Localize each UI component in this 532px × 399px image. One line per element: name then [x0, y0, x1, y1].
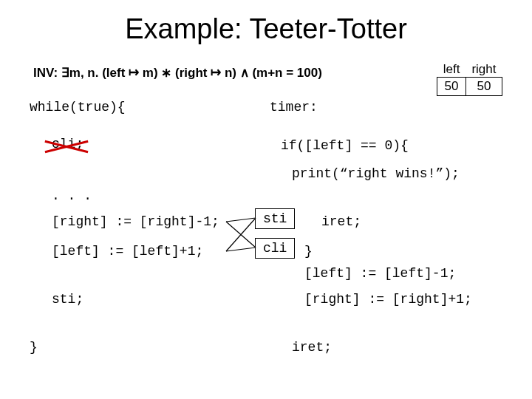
invariant-text: INV: ∃m, n. (left ↦ m) ∗ (right ↦ n) ∧ (…	[33, 65, 322, 81]
right-value: 50	[466, 78, 502, 96]
svg-line-2	[226, 222, 256, 248]
cli-stmt: cli;	[52, 137, 83, 151]
iret-stmt-2: iret;	[292, 340, 332, 355]
sti-box: sti	[255, 208, 295, 229]
svg-line-3	[226, 248, 256, 251]
close-brace: }	[30, 340, 38, 355]
right-increment-2: [right] := [right]+1;	[304, 292, 472, 307]
sti-stmt: sti;	[52, 292, 83, 307]
while-stmt: while(true){	[30, 100, 126, 115]
slide-title: Example: Teeter-Totter	[0, 0, 532, 45]
cli-box: cli	[255, 238, 295, 259]
right-decrement: [right] := [right]-1;	[52, 214, 219, 229]
left-increment: [left] := [left]+1;	[52, 244, 203, 259]
state-table: left right 50 50	[437, 61, 502, 96]
timer-label: timer:	[270, 100, 318, 115]
left-decrement-2: [left] := [left]-1;	[304, 266, 456, 281]
close-brace-2: }	[304, 244, 313, 259]
ellipsis: . . .	[52, 188, 92, 203]
print-stmt: print(“right wins!”);	[292, 166, 460, 181]
if-condition: if([left] == 0){	[281, 138, 409, 153]
left-header: left	[437, 61, 466, 78]
svg-line-1	[226, 218, 256, 251]
svg-line-0	[226, 218, 256, 222]
left-value: 50	[437, 78, 466, 96]
iret-stmt-1: iret;	[321, 214, 361, 229]
right-header: right	[466, 61, 502, 78]
